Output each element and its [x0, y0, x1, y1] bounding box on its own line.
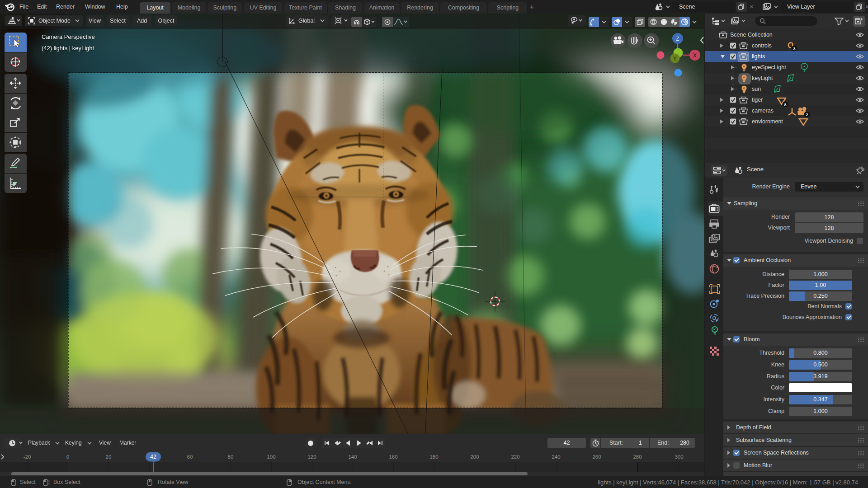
- svg-text:Z: Z: [676, 36, 679, 42]
- svg-text:260: 260: [592, 454, 601, 460]
- svg-text:100: 100: [267, 454, 275, 460]
- svg-text:2: 2: [806, 113, 808, 117]
- svg-text:8: 8: [784, 103, 786, 107]
- svg-text:120: 120: [307, 454, 316, 460]
- svg-text:80: 80: [228, 454, 234, 460]
- svg-text:200: 200: [470, 454, 479, 460]
- svg-text:-20: -20: [24, 454, 31, 460]
- svg-text:Y: Y: [673, 56, 677, 62]
- svg-text:3: 3: [793, 47, 795, 51]
- svg-text:42: 42: [150, 454, 156, 460]
- svg-text:140: 140: [348, 454, 357, 460]
- svg-text:240: 240: [552, 454, 560, 460]
- svg-text:300: 300: [675, 454, 683, 460]
- svg-text:20: 20: [106, 454, 112, 460]
- svg-text:180: 180: [429, 454, 438, 460]
- svg-text:220: 220: [511, 454, 519, 460]
- svg-text:0: 0: [66, 454, 69, 460]
- svg-text:60: 60: [187, 454, 193, 460]
- svg-text:280: 280: [633, 454, 642, 460]
- svg-text:160: 160: [389, 454, 397, 460]
- svg-text:X: X: [693, 52, 697, 59]
